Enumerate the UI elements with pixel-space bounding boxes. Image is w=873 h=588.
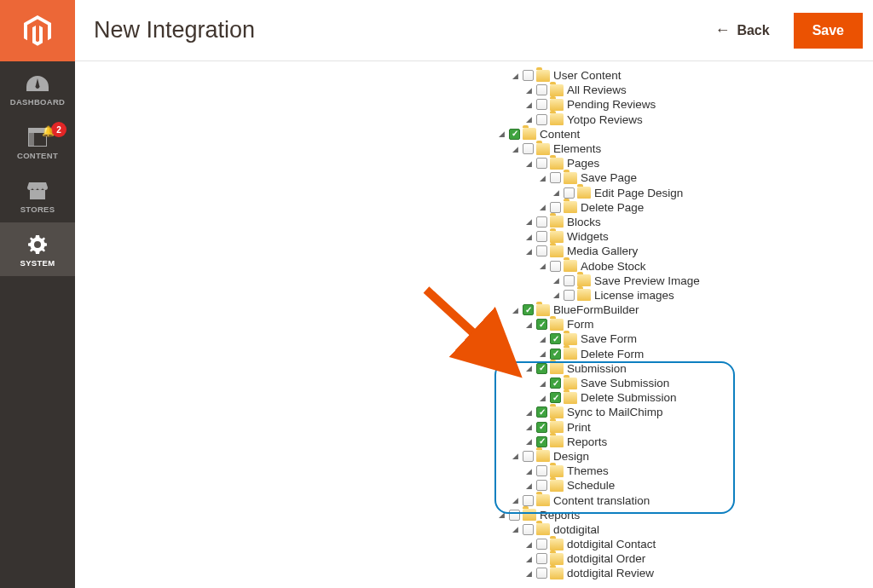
tree-checkbox[interactable]: [550, 392, 561, 403]
tree-checkbox[interactable]: [536, 216, 547, 228]
sidebar-item-system[interactable]: SYSTEM: [0, 222, 75, 276]
tree-node[interactable]: ◢ Print: [483, 420, 700, 435]
tree-checkbox[interactable]: [523, 304, 534, 315]
tree-checkbox[interactable]: [550, 378, 561, 389]
tree-node[interactable]: ◢ Form: [483, 317, 700, 331]
tree-checkbox[interactable]: [509, 129, 520, 140]
expand-toggle-icon[interactable]: ◢: [537, 349, 547, 359]
tree-node[interactable]: ◢ Themes: [483, 464, 700, 478]
tree-checkbox[interactable]: [536, 99, 547, 110]
tree-checkbox[interactable]: [564, 275, 575, 286]
tree-checkbox[interactable]: [536, 231, 547, 242]
tree-checkbox[interactable]: [509, 510, 520, 521]
tree-checkbox[interactable]: [536, 568, 547, 579]
expand-toggle-icon[interactable]: ◢: [523, 85, 534, 95]
tree-node[interactable]: ◢ Delete Form: [483, 347, 700, 361]
tree-node[interactable]: ◢ Save Submission: [483, 376, 700, 390]
tree-node[interactable]: ◢ Blocks: [483, 215, 700, 229]
tree-node[interactable]: ◢ Submission: [483, 361, 700, 376]
expand-toggle-icon[interactable]: ◢: [523, 114, 534, 124]
expand-toggle-icon[interactable]: ◢: [510, 144, 520, 154]
tree-checkbox[interactable]: [523, 143, 534, 154]
tree-node[interactable]: ◢ Delete Page: [483, 200, 700, 215]
expand-toggle-icon[interactable]: ◢: [551, 187, 561, 198]
tree-checkbox[interactable]: [536, 319, 547, 330]
tree-node[interactable]: ◢ dotdigital: [483, 522, 700, 537]
tree-node[interactable]: ◢ Delete Submission: [483, 390, 700, 405]
expand-toggle-icon[interactable]: ◢: [523, 246, 534, 257]
tree-node[interactable]: ◢ Save Page: [483, 170, 700, 185]
sidebar-item-dashboard[interactable]: DASHBOARD: [0, 61, 75, 115]
expand-toggle-icon[interactable]: ◢: [523, 554, 534, 564]
expand-toggle-icon[interactable]: ◢: [537, 261, 547, 271]
tree-node[interactable]: ◢ Yotpo Reviews: [483, 112, 700, 127]
tree-node[interactable]: ◢ Save Form: [483, 331, 700, 346]
expand-toggle-icon[interactable]: ◢: [523, 568, 534, 579]
tree-node[interactable]: ◢ All Reviews: [483, 83, 700, 97]
tree-checkbox[interactable]: [536, 465, 547, 476]
tree-node[interactable]: ◢ User Content: [483, 68, 700, 83]
tree-node[interactable]: ◢ Content: [483, 127, 700, 141]
tree-checkbox[interactable]: [564, 187, 575, 199]
tree-checkbox[interactable]: [536, 553, 547, 564]
tree-node[interactable]: ◢ Schedule: [483, 478, 700, 493]
tree-node[interactable]: ◢ Design: [483, 449, 700, 464]
expand-toggle-icon[interactable]: ◢: [523, 100, 534, 110]
expand-toggle-icon[interactable]: ◢: [496, 510, 506, 520]
tree-checkbox[interactable]: [536, 436, 547, 447]
sidebar-item-content[interactable]: CONTENT2🔔: [0, 115, 75, 169]
expand-toggle-icon[interactable]: ◢: [523, 216, 534, 227]
expand-toggle-icon[interactable]: ◢: [537, 202, 547, 212]
expand-toggle-icon[interactable]: ◢: [523, 436, 534, 447]
expand-toggle-icon[interactable]: ◢: [551, 290, 561, 300]
tree-checkbox[interactable]: [523, 451, 534, 462]
tree-checkbox[interactable]: [536, 114, 547, 125]
expand-toggle-icon[interactable]: ◢: [537, 334, 547, 344]
tree-node[interactable]: ◢ Pages: [483, 156, 700, 170]
tree-checkbox[interactable]: [550, 349, 561, 360]
tree-node[interactable]: ◢ dotdigital Review: [483, 566, 700, 580]
expand-toggle-icon[interactable]: ◢: [523, 539, 534, 550]
tree-node[interactable]: ◢ Elements: [483, 141, 700, 156]
expand-toggle-icon[interactable]: ◢: [537, 393, 547, 403]
tree-checkbox[interactable]: [536, 84, 547, 95]
tree-node[interactable]: ◢ Adobe Stock: [483, 258, 700, 273]
tree-checkbox[interactable]: [564, 290, 575, 301]
expand-toggle-icon[interactable]: ◢: [496, 129, 506, 139]
expand-toggle-icon[interactable]: ◢: [510, 71, 520, 81]
tree-checkbox[interactable]: [523, 495, 534, 506]
tree-checkbox[interactable]: [550, 333, 561, 344]
tree-node[interactable]: ◢ BlueFormBuilder: [483, 303, 700, 317]
expand-toggle-icon[interactable]: ◢: [523, 363, 534, 373]
expand-toggle-icon[interactable]: ◢: [523, 232, 534, 242]
expand-toggle-icon[interactable]: ◢: [537, 378, 547, 389]
tree-node[interactable]: ◢ Media Gallery: [483, 244, 700, 258]
expand-toggle-icon[interactable]: ◢: [523, 466, 534, 476]
sidebar-item-stores[interactable]: STORES: [0, 169, 75, 222]
expand-toggle-icon[interactable]: ◢: [523, 407, 534, 418]
tree-node[interactable]: ◢ Widgets: [483, 229, 700, 244]
expand-toggle-icon[interactable]: ◢: [523, 159, 534, 169]
tree-checkbox[interactable]: [550, 202, 561, 213]
expand-toggle-icon[interactable]: ◢: [510, 495, 520, 505]
tree-checkbox[interactable]: [536, 158, 547, 169]
tree-node[interactable]: ◢ Pending Reviews: [483, 97, 700, 112]
tree-checkbox[interactable]: [536, 245, 547, 257]
expand-toggle-icon[interactable]: ◢: [537, 173, 547, 183]
expand-toggle-icon[interactable]: ◢: [523, 320, 534, 330]
tree-checkbox[interactable]: [536, 480, 547, 491]
tree-checkbox[interactable]: [536, 363, 547, 374]
tree-checkbox[interactable]: [550, 261, 561, 272]
tree-checkbox[interactable]: [523, 70, 534, 81]
save-button[interactable]: Save: [794, 13, 863, 49]
expand-toggle-icon[interactable]: ◢: [523, 481, 534, 491]
magento-logo[interactable]: [0, 0, 75, 61]
tree-node[interactable]: ◢ Reports: [483, 435, 700, 449]
tree-node[interactable]: ◢ Sync to MailChimp: [483, 405, 700, 419]
tree-node[interactable]: ◢ Save Preview Image: [483, 274, 700, 288]
tree-checkbox[interactable]: [536, 539, 547, 550]
tree-checkbox[interactable]: [523, 524, 534, 535]
tree-checkbox[interactable]: [536, 406, 547, 418]
tree-checkbox[interactable]: [536, 422, 547, 433]
expand-toggle-icon[interactable]: ◢: [523, 422, 534, 432]
